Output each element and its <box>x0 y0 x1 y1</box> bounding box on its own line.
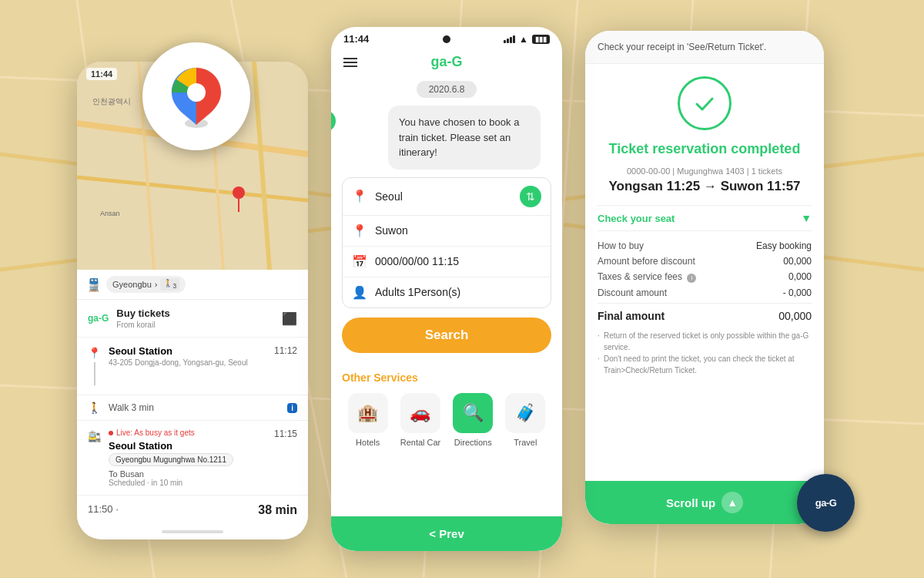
prev-button[interactable]: < Prev <box>331 516 562 551</box>
location-pin-icon: 📍 <box>88 347 101 359</box>
swap-button[interactable]: ⇅ <box>520 186 541 207</box>
to-input[interactable]: Suwon <box>375 224 541 237</box>
hamburger-menu[interactable] <box>343 58 357 67</box>
travel-icon: 🧳 <box>505 393 545 433</box>
walk-box: i <box>287 403 297 413</box>
amount-row: Amount before discount 00,000 <box>598 256 812 267</box>
status-bar: 11:44 ▲ ▮▮▮ <box>331 27 562 48</box>
total-time: 11:50 · 38 min <box>77 496 308 525</box>
station2: 🚉 Live: As busy as it gets Seoul Station… <box>77 421 308 496</box>
gag-logo-left: ga-G <box>88 313 109 324</box>
other-services: Other Services 🏨 Hotels 🚗 Rental Car 🔍 D… <box>331 362 562 456</box>
date-input[interactable]: 0000/00/00 11:15 <box>375 255 541 267</box>
route-bar: 🚆 Gyeongbu › 🚶3 <box>77 270 308 300</box>
total-label: 11:50 · <box>88 503 119 517</box>
disclaimer2: Don't need to print the ticket, you can … <box>598 353 812 376</box>
top-note: Check your receipt in 'See/Return Ticket… <box>585 31 824 64</box>
final-label: Final amount <box>598 310 665 322</box>
buy-tickets-item[interactable]: ga-G Buy tickets From korail ⬛ <box>77 300 308 338</box>
train-dest: To Busan <box>109 469 266 479</box>
discount-value: - 0,000 <box>783 287 812 298</box>
scroll-up-button[interactable]: Scroll up ▲ <box>585 481 824 524</box>
hotels-icon: 🏨 <box>348 393 388 433</box>
discount-label: Discount amount <box>598 287 667 298</box>
walk-label: Walk 3 min <box>109 402 154 413</box>
chevron-down-icon: ▼ <box>801 212 812 224</box>
amount-label: Amount before discount <box>598 256 695 267</box>
date-label: 2020.6.8 <box>417 81 477 98</box>
train-time: 11:15 <box>274 428 297 439</box>
confirm-title: Ticket reservation completed <box>598 141 812 157</box>
rental-car-icon: 🚗 <box>400 393 440 433</box>
passengers-input[interactable]: Adults 1Person(s) <box>375 286 541 298</box>
service-hotels[interactable]: 🏨 Hotels <box>348 393 388 447</box>
final-value: 00,000 <box>778 310 812 322</box>
tax-value: 0,000 <box>788 271 812 283</box>
confirm-route: Yongsan 11:25 → Suwon 11:57 <box>598 179 812 194</box>
discount-row: Discount amount - 0,000 <box>598 287 812 298</box>
mid-phone: 11:44 ▲ ▮▮▮ ga-G 2020.6.8 G You have cho… <box>331 27 562 551</box>
station1-dot-col: 📍 <box>88 347 101 387</box>
right-phone: Check your receipt in 'See/Return Ticket… <box>585 31 824 524</box>
train-icon: 🚆 <box>86 277 102 292</box>
signal-bars <box>504 35 515 43</box>
gag-header-logo: ga-G <box>430 54 462 70</box>
station1-time: 11:12 <box>274 345 297 356</box>
person-icon: 👤 <box>352 285 367 300</box>
station2-name: Seoul Station <box>109 440 266 452</box>
buy-tickets-info: Buy tickets From korail <box>116 307 274 329</box>
station2-info: Live: As busy as it gets Seoul Station G… <box>109 428 266 487</box>
bottom-handle <box>162 530 223 533</box>
wifi-icon: ▲ <box>519 34 528 45</box>
station1-name: Seoul Station <box>109 345 266 357</box>
chat-avatar: G <box>331 110 336 132</box>
to-icon: 📍 <box>352 223 367 238</box>
station1: 📍 Seoul Station 43-205 Dongja-dong, Yong… <box>77 338 308 395</box>
how-to-buy-label: How to buy <box>598 240 644 251</box>
svg-point-16 <box>187 83 206 102</box>
gag-fab[interactable]: ga-G <box>797 474 855 532</box>
buy-tickets-label: Buy tickets <box>116 307 274 319</box>
calendar-icon: 📅 <box>352 254 367 269</box>
amount-value: 00,000 <box>783 256 812 267</box>
battery-icon: ▮▮▮ <box>532 35 550 44</box>
chat-wrapper: G You have chosen to book a train ticket… <box>342 106 551 170</box>
how-to-buy-row: How to buy Easy booking <box>598 240 812 251</box>
buy-tickets-sub: From korail <box>116 321 274 329</box>
station1-info: Seoul Station 43-205 Dongja-dong, Yongsa… <box>109 345 266 367</box>
scroll-up-icon: ▲ <box>721 492 743 513</box>
service-directions[interactable]: 🔍 Directions <box>453 393 493 447</box>
search-button[interactable]: Search <box>342 318 551 353</box>
check-seat-bar[interactable]: Check your seat ▼ <box>598 205 812 231</box>
check-circle <box>678 76 732 130</box>
from-icon: 📍 <box>352 189 367 203</box>
status-icons: ▲ ▮▮▮ <box>504 34 550 45</box>
service-rental-car[interactable]: 🚗 Rental Car <box>400 393 441 447</box>
directions-list: ga-G Buy tickets From korail ⬛ 📍 Seoul S… <box>77 300 308 525</box>
google-maps-logo <box>142 42 250 150</box>
tax-info-icon: i <box>687 274 696 283</box>
service-travel[interactable]: 🧳 Travel <box>505 393 545 447</box>
svg-point-25 <box>233 187 245 199</box>
station1-addr: 43-205 Dongja-dong, Yongsan-gu, Seoul <box>109 358 266 367</box>
gag-fab-text: ga-G <box>815 497 837 509</box>
disclaimer1: Return of the reserved ticket is only po… <box>598 330 812 353</box>
external-link-icon: ⬛ <box>282 311 297 326</box>
station2-dot-col: 🚉 <box>88 430 101 442</box>
date-pill: 2020.6.8 <box>331 81 562 98</box>
booking-form: 📍 Seoul ⇅ 📍 Suwon 📅 0000/00/00 11:15 👤 A… <box>342 177 551 308</box>
to-row: 📍 Suwon <box>343 216 551 247</box>
tax-label: Taxes & service fees i <box>598 271 696 283</box>
chat-text: You have chosen to book a train ticket. … <box>399 116 519 158</box>
passengers-row: 👤 Adults 1Person(s) <box>343 277 551 307</box>
directions-icon: 🔍 <box>453 393 493 433</box>
svg-text:인천광역시: 인천광역시 <box>92 97 131 106</box>
from-input[interactable]: Seoul <box>375 190 512 203</box>
services-grid: 🏨 Hotels 🚗 Rental Car 🔍 Directions 🧳 Tra… <box>342 393 551 447</box>
confirmation-area: Ticket reservation completed 0000-00-00 … <box>585 64 824 388</box>
chat-bubble: You have chosen to book a train ticket. … <box>388 106 541 170</box>
mid-header: ga-G <box>331 48 562 76</box>
walk-item: 🚶 Walk 3 min i <box>77 395 308 421</box>
final-row: Final amount 00,000 <box>598 303 812 322</box>
svg-text:Ansan: Ansan <box>100 210 120 217</box>
